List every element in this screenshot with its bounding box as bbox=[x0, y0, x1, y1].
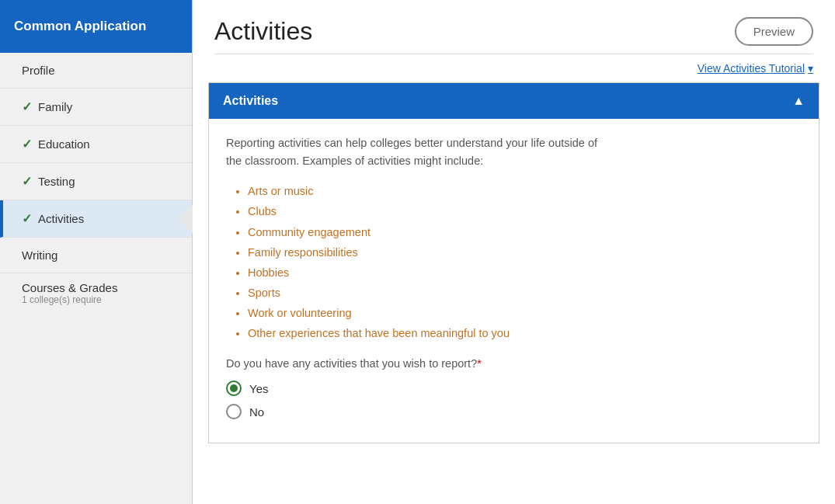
radio-yes-row[interactable]: Yes bbox=[226, 381, 802, 396]
sidebar-item-family[interactable]: ✓ Family bbox=[0, 89, 192, 126]
education-label: Education bbox=[38, 137, 90, 151]
radio-yes-button[interactable] bbox=[226, 381, 242, 396]
main-content: Activities Preview View Activities Tutor… bbox=[193, 0, 835, 504]
profile-label: Profile bbox=[22, 64, 55, 77]
sidebar-item-profile[interactable]: Profile bbox=[0, 53, 192, 89]
activity-list-item: Work or volunteering bbox=[248, 303, 802, 323]
education-check-icon: ✓ bbox=[22, 137, 32, 151]
intro-text: Reporting activities can help colleges b… bbox=[226, 134, 802, 170]
sidebar-item-activities[interactable]: ✓ Activities bbox=[0, 200, 192, 238]
question-label: Do you have any activities that you wish… bbox=[226, 357, 477, 370]
activity-list-item: Community engagement bbox=[248, 222, 802, 242]
testing-label: Testing bbox=[38, 175, 75, 188]
section-header-label: Activities bbox=[223, 94, 278, 108]
tutorial-link-text: View Activities Tutorial bbox=[698, 62, 805, 75]
activity-list-item: Other experiences that have been meaning… bbox=[248, 323, 802, 343]
family-label: Family bbox=[38, 100, 72, 113]
activity-list-item: Sports bbox=[248, 283, 802, 303]
testing-check-icon: ✓ bbox=[22, 174, 32, 189]
activities-section: Activities ▲ Reporting activities can he… bbox=[208, 82, 819, 443]
tutorial-link-row: View Activities Tutorial ▾ bbox=[193, 54, 835, 82]
required-marker: * bbox=[477, 357, 482, 370]
sidebar-item-testing[interactable]: ✓ Testing bbox=[0, 163, 192, 200]
courses-label: Courses & Grades bbox=[22, 281, 178, 294]
tutorial-chevron-icon: ▾ bbox=[808, 62, 813, 75]
radio-no-label: No bbox=[249, 405, 264, 419]
activity-list-item: Clubs bbox=[248, 201, 802, 221]
sidebar-item-writing[interactable]: Writing bbox=[0, 238, 192, 273]
main-inner: Activities Preview View Activities Tutor… bbox=[193, 0, 835, 504]
writing-label: Writing bbox=[22, 249, 57, 262]
radio-no-row[interactable]: No bbox=[226, 404, 802, 419]
family-check-icon: ✓ bbox=[22, 99, 32, 114]
question-text: Do you have any activities that you wish… bbox=[226, 357, 802, 370]
page-title: Activities bbox=[214, 17, 312, 46]
activity-list: Arts or musicClubsCommunity engagementFa… bbox=[226, 181, 802, 343]
radio-yes-label: Yes bbox=[249, 382, 268, 395]
courses-sublabel: 1 college(s) require bbox=[22, 294, 178, 305]
section-content: Reporting activities can help colleges b… bbox=[209, 119, 819, 443]
activities-check-icon: ✓ bbox=[22, 211, 32, 226]
intro-line2: the classroom. Examples of activities mi… bbox=[226, 155, 483, 167]
activities-section-header[interactable]: Activities ▲ bbox=[209, 83, 819, 119]
activity-list-item: Hobbies bbox=[248, 262, 802, 283]
tutorial-link[interactable]: View Activities Tutorial ▾ bbox=[698, 62, 813, 75]
sidebar-item-education[interactable]: ✓ Education bbox=[0, 126, 192, 163]
sidebar-title: Common Application bbox=[14, 18, 146, 35]
radio-no-button[interactable] bbox=[226, 404, 242, 419]
activity-list-item: Family responsibilities bbox=[248, 242, 802, 262]
activities-label: Activities bbox=[38, 212, 84, 225]
section-collapse-icon: ▲ bbox=[792, 94, 805, 108]
activity-list-item: Arts or music bbox=[248, 181, 802, 201]
page-header: Activities Preview bbox=[193, 0, 835, 54]
sidebar: Common Application Profile ✓ Family ✓ Ed… bbox=[0, 0, 193, 504]
sidebar-item-courses[interactable]: Courses & Grades 1 college(s) require bbox=[0, 273, 192, 313]
preview-button[interactable]: Preview bbox=[735, 17, 813, 46]
intro-line1: Reporting activities can help colleges b… bbox=[226, 137, 597, 149]
sidebar-header: Common Application bbox=[0, 0, 192, 53]
